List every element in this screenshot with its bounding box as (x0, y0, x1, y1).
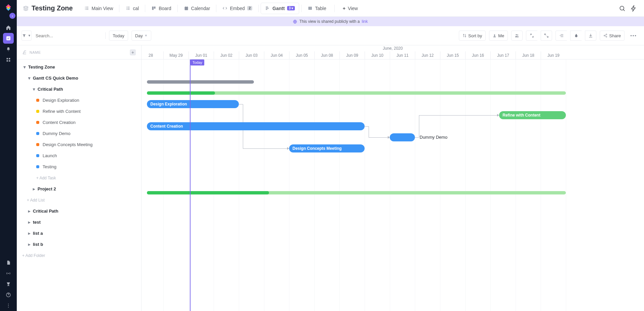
tab-calendar[interactable]: Calendar (180, 3, 214, 14)
rail-notify[interactable] (3, 44, 14, 54)
reschedule-button[interactable] (555, 31, 567, 41)
day-header[interactable]: Jun 08 (314, 51, 339, 59)
timeline[interactable]: June, 2020 28May 29Jun 01Jun 02Jun 03Jun… (142, 45, 644, 311)
left-nav-rail: › (0, 0, 17, 311)
rail-tasks[interactable] (3, 33, 14, 44)
gantt-row (142, 88, 644, 99)
status-square (36, 132, 39, 135)
hierarchy-icon (22, 50, 27, 55)
day-header[interactable]: Jun 11 (390, 51, 415, 59)
today-button[interactable]: Today (109, 31, 128, 41)
group-row[interactable]: ▾Critical Path (17, 84, 141, 95)
day-header[interactable]: 28 (142, 51, 163, 59)
day-header[interactable]: Jun 09 (339, 51, 365, 59)
day-header[interactable]: Jun 02 (214, 51, 239, 59)
day-header[interactable]: Jun 01 (189, 51, 214, 59)
day-header[interactable]: Jun 12 (415, 51, 440, 59)
global-search-button[interactable] (618, 4, 627, 13)
add-column-button[interactable]: + (130, 49, 136, 55)
day-header[interactable]: Jun 15 (440, 51, 465, 59)
task-bar[interactable]: Refine with Content (499, 111, 566, 119)
group-row[interactable]: ▾Gantt CS Quick Demo (17, 73, 141, 84)
task-row[interactable]: Launch (17, 150, 141, 161)
expand-button[interactable] (541, 31, 552, 41)
rail-apps[interactable] (3, 54, 14, 65)
add-view-label: View (348, 6, 358, 11)
tab-table[interactable]: Table (304, 3, 330, 14)
task-row[interactable]: Design Exploration (17, 95, 141, 106)
add-view-button[interactable]: + View (339, 3, 362, 14)
doc-icon (6, 260, 11, 265)
summary-bar[interactable] (147, 80, 254, 84)
tab-main[interactable]: Main View (80, 3, 117, 14)
filter-button[interactable]: ▼ (21, 31, 32, 41)
caret-right-icon[interactable]: ▸ (32, 187, 36, 191)
row-label: Refine with Content (43, 109, 80, 114)
day-header[interactable]: Jun 04 (264, 51, 289, 59)
tab-cal[interactable]: cal (121, 3, 143, 14)
day-header[interactable]: Jun 10 (365, 51, 390, 59)
day-header[interactable]: Jun 03 (239, 51, 264, 59)
automations-button[interactable] (629, 4, 638, 13)
group-row[interactable]: ▸list a (17, 228, 141, 239)
gantt-container: NAME + ▾Testing Zone▾Gantt CS Quick Demo… (17, 45, 644, 311)
day-header[interactable]: Jun 17 (490, 51, 516, 59)
caret-right-icon[interactable]: ▸ (27, 220, 32, 225)
add-item-row[interactable]: + Add List (17, 194, 141, 206)
tab-gantt[interactable]: Gantt3 ▾ (261, 3, 299, 14)
banner-link[interactable]: link (362, 19, 368, 24)
day-header[interactable]: May 29 (163, 51, 189, 59)
caret-down-icon[interactable]: ▾ (32, 87, 36, 92)
row-label: Testing (43, 164, 56, 169)
assignees-button[interactable] (511, 31, 523, 41)
task-row[interactable]: Refine with Content (17, 106, 141, 117)
rail-home[interactable] (3, 22, 14, 33)
gantt-row (142, 176, 644, 187)
task-row[interactable]: Design Concepts Meeting (17, 139, 141, 150)
caret-down-icon[interactable]: ▾ (27, 76, 32, 81)
tree-header: NAME + (17, 45, 141, 59)
zoom-select[interactable]: Day ▼ (131, 31, 151, 41)
group-row[interactable]: ▸Critical Path (17, 206, 141, 217)
collapse-button[interactable] (526, 31, 537, 41)
day-header[interactable]: Jun 16 (465, 51, 490, 59)
task-bar[interactable] (390, 133, 415, 141)
caret-right-icon[interactable]: ▸ (27, 209, 32, 214)
caret-down-icon[interactable]: ▾ (22, 65, 27, 70)
day-header[interactable]: Jun 18 (516, 51, 541, 59)
main-column: Testing Zone Main ViewcalBoardCalendarEm… (17, 0, 644, 311)
svg-rect-1 (7, 58, 8, 59)
tab-board[interactable]: Board (147, 3, 175, 14)
group-row[interactable]: ▸Project 2 (17, 183, 141, 194)
caret-right-icon[interactable]: ▸ (27, 231, 32, 236)
search-input[interactable] (35, 31, 102, 41)
task-row[interactable]: Dummy Demo (17, 128, 141, 139)
group-row[interactable]: ▸list b (17, 239, 141, 250)
day-header[interactable]: Jun 05 (289, 51, 314, 59)
tab-embed[interactable]: Embed2 (218, 3, 256, 14)
share-button[interactable]: Share (600, 31, 625, 41)
caret-right-icon[interactable]: ▸ (27, 242, 32, 247)
task-row[interactable]: Content Creation (17, 117, 141, 128)
add-item-row[interactable]: + Add Task (17, 172, 141, 183)
task-bar[interactable]: Content Creation (147, 122, 365, 130)
expand-sidebar-button[interactable]: › (9, 13, 15, 19)
task-row[interactable]: Testing (17, 161, 141, 172)
row-label: list a (33, 231, 43, 236)
day-header[interactable]: Jun 19 (541, 51, 566, 59)
rail-docs[interactable] (3, 257, 14, 268)
rail-help[interactable] (3, 290, 14, 300)
group-row[interactable]: ▸test (17, 217, 141, 228)
rail-more[interactable] (3, 300, 14, 311)
rail-goals[interactable] (3, 279, 14, 290)
task-bar[interactable]: Design Exploration (147, 100, 239, 108)
group-row[interactable]: ▾Testing Zone (17, 61, 141, 73)
more-menu-button[interactable]: ••• (628, 31, 639, 41)
color-button[interactable] (570, 31, 582, 41)
sort-button[interactable]: Sort by (459, 31, 486, 41)
rail-broadcast[interactable] (3, 268, 14, 279)
me-filter-button[interactable]: Me (489, 31, 508, 41)
add-item-row[interactable]: + Add Folder (17, 250, 141, 261)
task-bar[interactable]: Design Concepts Meeting (289, 144, 365, 152)
export-button[interactable] (585, 31, 596, 41)
